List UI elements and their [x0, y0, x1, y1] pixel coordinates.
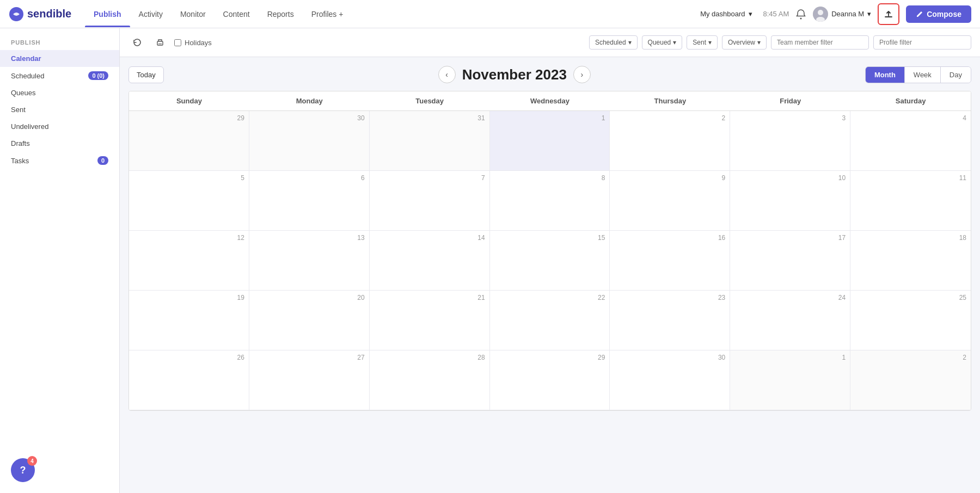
cal-day-number: 27 [254, 354, 365, 361]
cal-cell-w2d5[interactable]: 17 [730, 231, 850, 291]
sidebar-item-tasks[interactable]: Tasks 0 [0, 152, 119, 169]
col-monday: Monday [249, 91, 370, 111]
cal-day-number: 21 [374, 294, 485, 301]
tasks-badge: 0 [97, 156, 108, 165]
top-bar: sendible Publish Activity Monitor Conten… [0, 0, 980, 28]
cal-day-number: 30 [254, 114, 365, 122]
notification-icon[interactable] [795, 9, 806, 20]
sidebar-section-label: PUBLISH [0, 37, 119, 50]
chevron-down-icon: ▾ [749, 10, 752, 18]
holidays-checkbox-label[interactable]: Holidays [174, 39, 212, 47]
queued-filter[interactable]: Queued ▾ [642, 35, 683, 50]
sidebar-item-undelivered[interactable]: Undelivered [0, 118, 119, 135]
cal-cell-w2d3[interactable]: 15 [490, 231, 610, 291]
cal-cell-w2d6[interactable]: 18 [850, 231, 971, 291]
cal-day-number: 8 [494, 174, 605, 182]
cal-cell-w3d6[interactable]: 25 [850, 291, 971, 350]
sent-filter[interactable]: Sent ▾ [687, 35, 718, 50]
cal-cell-w2d1[interactable]: 13 [249, 231, 370, 291]
user-name: Deanna M [831, 10, 864, 18]
cal-day-number: 16 [614, 234, 725, 242]
print-button[interactable] [151, 34, 169, 51]
nav-activity[interactable]: Activity [130, 1, 171, 27]
cal-cell-w0d6[interactable]: 4 [850, 111, 971, 171]
cal-cell-w3d4[interactable]: 23 [610, 291, 730, 350]
scheduled-filter[interactable]: Scheduled ▾ [589, 35, 638, 50]
cal-cell-w0d1[interactable]: 30 [249, 111, 370, 171]
month-view-button[interactable]: Month [866, 67, 905, 83]
cal-cell-w4d4[interactable]: 30 [610, 350, 730, 410]
cal-cell-w3d0[interactable]: 19 [129, 291, 249, 350]
user-avatar [813, 7, 828, 22]
compose-button[interactable]: Compose [906, 5, 971, 23]
today-button[interactable]: Today [128, 66, 164, 83]
user-info[interactable]: Deanna M ▾ [813, 7, 871, 22]
cal-cell-w4d2[interactable]: 28 [370, 350, 490, 410]
cal-day-number: 24 [734, 294, 846, 301]
cal-cell-w0d4[interactable]: 2 [610, 111, 730, 171]
calendar-grid: Sunday Monday Tuesday Wednesday Thursday… [128, 91, 971, 411]
help-label: ? [20, 465, 26, 476]
day-view-button[interactable]: Day [941, 67, 971, 83]
cal-cell-w3d2[interactable]: 21 [370, 291, 490, 350]
svg-point-1 [800, 17, 802, 19]
holidays-checkbox[interactable] [174, 39, 181, 46]
cal-cell-w2d2[interactable]: 14 [370, 231, 490, 291]
nav-profiles[interactable]: Profiles + [303, 1, 352, 27]
refresh-button[interactable] [128, 34, 146, 51]
dashboard-dropdown[interactable]: My dashboard ▾ [696, 8, 756, 20]
cal-cell-w4d6[interactable]: 2 [850, 350, 971, 410]
cal-day-number: 1 [494, 114, 605, 122]
nav-monitor[interactable]: Monitor [171, 1, 215, 27]
nav-reports[interactable]: Reports [259, 1, 303, 27]
cal-cell-w0d3[interactable]: 1 [490, 111, 610, 171]
cal-cell-w1d3[interactable]: 8 [490, 171, 610, 231]
sidebar-item-calendar[interactable]: Calendar [0, 50, 119, 67]
cal-cell-w0d5[interactable]: 3 [730, 111, 850, 171]
cal-cell-w1d5[interactable]: 10 [730, 171, 850, 231]
help-button[interactable]: ? 4 [11, 458, 35, 482]
cal-cell-w2d0[interactable]: 12 [129, 231, 249, 291]
nav-publish[interactable]: Publish [85, 1, 130, 27]
toolbar: Holidays Scheduled ▾ Queued ▾ Sent ▾ Ove… [120, 28, 980, 57]
cal-day-number: 10 [734, 174, 846, 182]
cal-cell-w1d1[interactable]: 6 [249, 171, 370, 231]
calendar-view-buttons: Month Week Day [865, 66, 971, 83]
nav-content[interactable]: Content [215, 1, 259, 27]
next-month-button[interactable]: › [573, 66, 591, 83]
sidebar-item-scheduled[interactable]: Scheduled 0 (0) [0, 67, 119, 84]
cal-cell-w1d4[interactable]: 9 [610, 171, 730, 231]
cal-nav-center: ‹ November 2023 › [438, 66, 591, 83]
sidebar-item-drafts[interactable]: Drafts [0, 135, 119, 152]
cal-cell-w2d4[interactable]: 16 [610, 231, 730, 291]
cal-day-number: 26 [133, 354, 244, 361]
upload-button[interactable] [878, 3, 899, 25]
cal-cell-w1d2[interactable]: 7 [370, 171, 490, 231]
cal-cell-w4d5[interactable]: 1 [730, 350, 850, 410]
cal-day-number: 3 [734, 114, 846, 122]
upload-icon [884, 9, 893, 19]
sidebar-item-sent[interactable]: Sent [0, 101, 119, 118]
cal-cell-w3d3[interactable]: 22 [490, 291, 610, 350]
chevron-icon: ▾ [757, 39, 761, 46]
sidebar-item-queues[interactable]: Queues [0, 84, 119, 101]
cal-cell-w4d0[interactable]: 26 [129, 350, 249, 410]
prev-month-button[interactable]: ‹ [438, 66, 456, 83]
cal-cell-w3d5[interactable]: 24 [730, 291, 850, 350]
cal-cell-w1d6[interactable]: 11 [850, 171, 971, 231]
cal-cell-w4d1[interactable]: 27 [249, 350, 370, 410]
week-view-button[interactable]: Week [905, 67, 941, 83]
cal-day-number: 9 [614, 174, 725, 182]
team-member-filter[interactable] [771, 35, 869, 50]
cal-cell-w0d0[interactable]: 29 [129, 111, 249, 171]
cal-cell-w1d0[interactable]: 5 [129, 171, 249, 231]
cal-cell-w4d3[interactable]: 29 [490, 350, 610, 410]
profile-filter[interactable] [873, 35, 971, 50]
col-thursday: Thursday [610, 91, 730, 111]
cal-cell-w0d2[interactable]: 31 [370, 111, 490, 171]
overview-filter[interactable]: Overview ▾ [722, 35, 767, 50]
cal-day-number: 6 [254, 174, 365, 182]
top-nav: Publish Activity Monitor Content Reports… [85, 1, 696, 27]
cal-cell-w3d1[interactable]: 20 [249, 291, 370, 350]
cal-nav-left: Today [128, 66, 164, 83]
